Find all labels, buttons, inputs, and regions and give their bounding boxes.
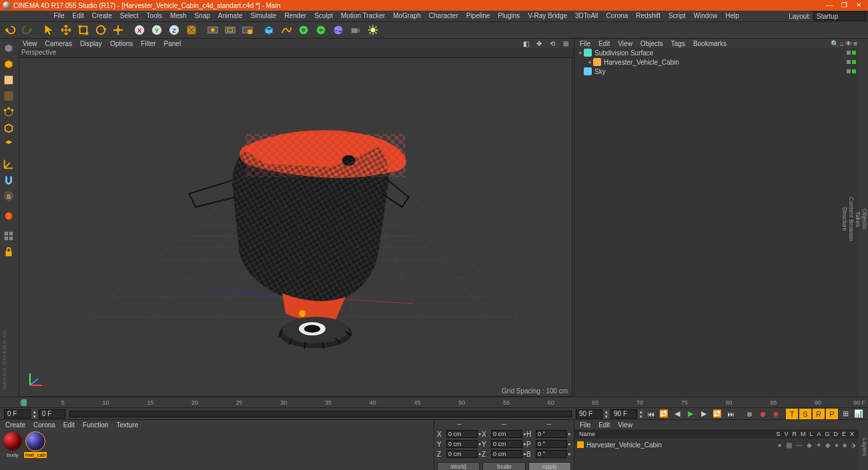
spinner[interactable]: ▴▾ xyxy=(32,409,37,419)
objmenu-bookmarks[interactable]: Bookmarks xyxy=(689,40,731,47)
add-environment[interactable] xyxy=(330,22,346,38)
tweak-mode[interactable] xyxy=(1,209,16,223)
layout-dropdown[interactable]: Startup xyxy=(813,11,867,21)
view-nav-icon[interactable]: ✥ xyxy=(533,38,545,49)
expander-icon[interactable]: + xyxy=(577,49,584,57)
col-g[interactable]: G xyxy=(823,431,831,437)
col-e[interactable]: E xyxy=(840,431,848,437)
rot-field[interactable]: 0 ° xyxy=(536,440,567,448)
menu-sculpt[interactable]: Sculpt xyxy=(310,11,337,21)
undo-button[interactable] xyxy=(2,22,18,38)
menu-mograph[interactable]: MoGraph xyxy=(389,11,425,21)
expander-icon[interactable]: + xyxy=(586,59,593,66)
render-dot[interactable] xyxy=(852,69,856,73)
matmenu-corona[interactable]: Corona xyxy=(29,421,59,429)
size-field[interactable]: 0 cm xyxy=(491,450,522,458)
menu-redshift[interactable]: Redshift xyxy=(632,11,665,21)
viewmenu-display[interactable]: Display xyxy=(76,40,106,47)
col-d[interactable]: D xyxy=(831,431,840,437)
3d-viewport[interactable]: Grid Spacing : 100 cm xyxy=(19,57,572,397)
layer-toggle[interactable]: ◆ xyxy=(807,441,812,449)
workplane-mode[interactable] xyxy=(1,89,16,103)
model-mode[interactable] xyxy=(1,57,16,71)
render-region[interactable] xyxy=(222,22,238,38)
param-key[interactable]: P xyxy=(826,409,838,419)
viewport-solo[interactable] xyxy=(1,229,16,243)
snap-toggle[interactable] xyxy=(1,173,16,187)
viewmenu-options[interactable]: Options xyxy=(106,40,137,47)
softselect[interactable]: S xyxy=(1,189,16,203)
scale-tool[interactable] xyxy=(75,22,91,38)
add-deformer[interactable] xyxy=(313,22,329,38)
slider-start-field[interactable]: 0 F xyxy=(39,409,65,419)
spinner[interactable]: ▸ xyxy=(568,431,571,437)
view-nav-icon[interactable]: ⊞ xyxy=(560,38,572,49)
menu-file[interactable]: File xyxy=(49,11,68,21)
view-nav-icon[interactable]: ⟲ xyxy=(546,38,558,49)
matmenu-function[interactable]: Function xyxy=(79,421,112,429)
vis-dot[interactable] xyxy=(847,69,851,73)
attrmenu-view[interactable]: View xyxy=(614,421,636,429)
viewmenu-filter[interactable]: Filter xyxy=(137,40,159,47)
edge-mode[interactable] xyxy=(1,121,16,135)
layer-toggle[interactable]: ▦ xyxy=(786,441,792,449)
vis-dot[interactable] xyxy=(847,51,851,55)
menu-create[interactable]: Create xyxy=(88,11,116,21)
pos-field[interactable]: 0 cm xyxy=(446,440,478,448)
timeline-ruler[interactable]: 051015202530354045505560657075808590 90 … xyxy=(0,397,868,407)
list-icon[interactable]: ≡ xyxy=(853,40,857,47)
layer-toggle[interactable]: ✦ xyxy=(816,441,821,449)
objmenu-edit[interactable]: Edit xyxy=(594,40,614,47)
col-r[interactable]: R xyxy=(790,431,799,437)
locked-icon[interactable] xyxy=(1,245,16,259)
minimize-button[interactable]: — xyxy=(823,1,836,9)
matmenu-create[interactable]: Create xyxy=(1,421,29,429)
poly-mode[interactable] xyxy=(1,137,16,151)
rot-field[interactable]: 0 ° xyxy=(536,430,567,438)
coord-system[interactable] xyxy=(183,22,199,38)
attrmenu-file[interactable]: File xyxy=(576,421,594,429)
layer-toggle[interactable]: ● xyxy=(835,441,839,449)
layers-tab[interactable]: Layers xyxy=(861,435,868,459)
timeline-slider[interactable] xyxy=(69,411,572,417)
menu-help[interactable]: Help xyxy=(721,11,743,21)
spinner[interactable]: ▸ xyxy=(568,441,571,447)
menu-mesh[interactable]: Mesh xyxy=(166,11,190,21)
pla-key[interactable]: ⊞ xyxy=(839,409,851,419)
add-camera[interactable] xyxy=(348,22,364,38)
next-key[interactable]: ▶ xyxy=(698,409,710,419)
z-axis-lock[interactable]: Z xyxy=(166,22,182,38)
object-list[interactable]: +Subdivision Surface+Harvester_Vehicle_C… xyxy=(574,48,859,397)
menu-v-ray-bridge[interactable]: V-Ray Bridge xyxy=(524,11,571,21)
layer-toggle[interactable]: ⬗ xyxy=(851,441,856,449)
render-dot[interactable] xyxy=(852,51,856,55)
material-list[interactable]: bodymat_cab xyxy=(0,429,434,470)
col-l[interactable]: L xyxy=(807,431,815,437)
menu-script[interactable]: Script xyxy=(665,11,690,21)
pos-field[interactable]: 0 cm xyxy=(446,450,478,458)
matmenu-texture[interactable]: Texture xyxy=(112,421,142,429)
add-generator[interactable] xyxy=(296,22,312,38)
rot-key[interactable]: R xyxy=(813,409,825,419)
material-body[interactable]: body xyxy=(3,432,23,469)
menu-pipeline[interactable]: Pipeline xyxy=(462,11,494,21)
goto-start[interactable]: ⏮ xyxy=(644,409,657,419)
menu-edit[interactable]: Edit xyxy=(69,11,88,21)
rotate-tool[interactable] xyxy=(93,22,109,38)
add-cube[interactable] xyxy=(261,22,277,38)
col-name[interactable]: Name xyxy=(577,431,774,437)
view-nav-icon[interactable]: ◧ xyxy=(520,38,532,49)
apply-button[interactable]: Apply xyxy=(528,462,571,470)
layer-toggle[interactable]: — xyxy=(796,441,803,449)
spinner[interactable]: ▸ xyxy=(568,451,571,457)
keyframe-sel[interactable]: ◉ xyxy=(770,409,782,419)
vis-dot[interactable] xyxy=(847,60,851,64)
sidetab-takes[interactable]: Takes xyxy=(855,209,861,230)
play-button[interactable]: ▶ xyxy=(685,409,697,419)
timeline-playhead[interactable] xyxy=(21,399,27,406)
material-mat_cab[interactable]: mat_cab xyxy=(25,432,45,469)
col-a[interactable]: A xyxy=(815,431,823,437)
move-tool[interactable] xyxy=(58,22,74,38)
loop-button[interactable]: 🔁 xyxy=(658,409,670,419)
menu-select[interactable]: Select xyxy=(116,11,143,21)
